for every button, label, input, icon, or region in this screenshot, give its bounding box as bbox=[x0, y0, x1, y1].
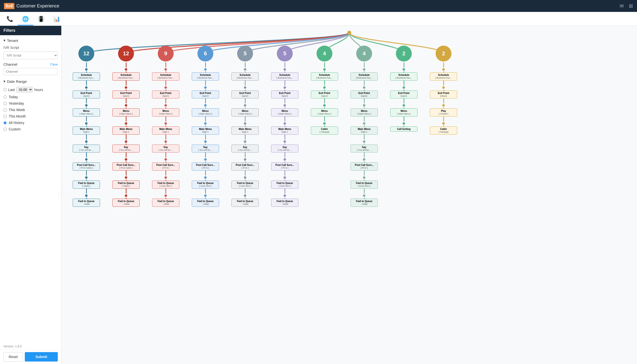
dot-0-4 bbox=[85, 140, 88, 143]
app-title: Customer Experience bbox=[16, 4, 59, 9]
tree-column-8: 2Schedule[ Business hou...Exit Point(ope… bbox=[384, 46, 424, 207]
hours-select[interactable]: 01:00 bbox=[16, 87, 33, 92]
connector-2-0 bbox=[166, 62, 166, 68]
node-box-3-6: Fwd to Queue[ Cust Serv ] bbox=[192, 180, 219, 189]
radio-custom-input[interactable] bbox=[4, 128, 7, 131]
box-title-4-6: Fwd to Queue bbox=[233, 182, 257, 185]
dot-4-5 bbox=[244, 158, 246, 161]
tenant-section: ▾ Tenant bbox=[0, 35, 61, 44]
dot-3-2 bbox=[204, 104, 207, 106]
box-sub-6-0: [ Business hou... bbox=[313, 76, 336, 80]
box-title-0-6: Fwd to Queue bbox=[75, 182, 98, 185]
box-title-7-0: Schedule bbox=[352, 74, 376, 76]
connector-1-7 bbox=[126, 189, 127, 194]
dot-4-4 bbox=[244, 140, 246, 143]
box-sub-3-0: [ Business hou... bbox=[194, 76, 217, 80]
tab-reports[interactable]: 📊 bbox=[49, 14, 65, 26]
mail-icon[interactable]: ✉ bbox=[620, 3, 624, 9]
dot-0-3 bbox=[85, 122, 88, 125]
dot-4-2 bbox=[244, 104, 246, 106]
box-sub-4-6: [ Cust Serv ] bbox=[233, 185, 257, 188]
box-sub-3-6: [ Cust Serv ] bbox=[194, 185, 217, 188]
box-sub-7-5: [ PCS ] bbox=[352, 167, 376, 170]
dot-7-0 bbox=[363, 68, 365, 71]
box-title-2-2: Menu bbox=[154, 109, 178, 112]
tab-calls[interactable]: 📳 bbox=[33, 14, 49, 26]
dot-5-2 bbox=[284, 104, 286, 106]
dot-0-2 bbox=[85, 104, 88, 106]
channel-input[interactable] bbox=[4, 68, 58, 75]
box-sub-5-3: Digit 1 bbox=[273, 131, 297, 134]
tree-column-3: 6Schedule[ Business hou...Exit Point(ope… bbox=[186, 46, 225, 207]
connector-5-3 bbox=[285, 116, 285, 122]
dot-0-7 bbox=[85, 194, 88, 197]
root-dot bbox=[347, 31, 351, 35]
box-sub-7-2: [ Main Menu ] bbox=[352, 112, 376, 116]
radio-this-week-input[interactable] bbox=[4, 108, 7, 112]
connector-5-4 bbox=[285, 135, 285, 140]
box-sub-2-7: - Initial bbox=[154, 203, 178, 206]
connector-1-1 bbox=[126, 80, 127, 86]
node-box-6-2: Menu[ Main Menu ] bbox=[311, 108, 338, 116]
box-sub-0-0: [ Business hou... bbox=[75, 76, 98, 80]
radio-yesterday-input[interactable] bbox=[4, 102, 7, 105]
box-title-5-6: Fwd to Queue bbox=[273, 182, 297, 185]
connector-7-1 bbox=[364, 80, 365, 86]
tab-tree[interactable]: 🌐 bbox=[18, 14, 33, 26]
reset-button[interactable]: Reset bbox=[4, 352, 23, 362]
node-box-2-4: Say[ You will be ... bbox=[152, 144, 179, 153]
dot-9-3 bbox=[442, 122, 445, 125]
tab-phone[interactable]: 📞 bbox=[2, 14, 18, 26]
node-box-3-3: Main MenuDigit 1 bbox=[192, 126, 219, 135]
box-sub-6-3: [ Hangup] bbox=[313, 131, 336, 134]
dot-5-1 bbox=[284, 86, 286, 89]
box-sub-9-1: (close) bbox=[432, 95, 455, 98]
radio-this-week-label: This Week bbox=[9, 108, 25, 112]
node-box-1-2: Menu[ Main Menu ] bbox=[112, 108, 140, 116]
node-box-9-2: Play[ Closed ] bbox=[430, 108, 457, 116]
connector-0-2 bbox=[86, 98, 87, 104]
box-sub-7-4: [ You will be ... bbox=[352, 149, 376, 152]
dot-3-7 bbox=[204, 194, 207, 197]
dot-7-2 bbox=[363, 104, 365, 106]
box-sub-4-3: Digit 1 bbox=[233, 131, 257, 134]
submit-button[interactable]: Submit bbox=[25, 352, 58, 362]
channel-clear[interactable]: Clear bbox=[50, 62, 58, 66]
topbar-left: 8x8 Customer Experience bbox=[4, 3, 59, 9]
connector-5-2 bbox=[285, 98, 285, 104]
dot-6-2 bbox=[323, 104, 326, 106]
ivr-label: IVR Script bbox=[0, 44, 61, 50]
dot-1-3 bbox=[125, 122, 127, 125]
box-sub-2-5: [ PCS ] bbox=[154, 167, 178, 170]
expand-icon[interactable]: ⊞ bbox=[629, 3, 633, 9]
box-sub-9-0: [ Business hou... bbox=[432, 76, 455, 80]
box-sub-0-3: Digit 2 bbox=[75, 131, 98, 134]
connector-6-0 bbox=[324, 62, 325, 68]
box-sub-6-1: (open) bbox=[313, 95, 336, 98]
node-box-4-7: Fwd to Queue- Initial bbox=[231, 198, 259, 207]
dot-2-1 bbox=[165, 86, 167, 89]
box-sub-2-6: [ Cust Serv ] bbox=[154, 185, 178, 188]
content-area: 12Schedule[ Business hou...Exit Point(op… bbox=[62, 26, 637, 364]
count-circle-7: 4 bbox=[356, 46, 372, 62]
tree-column-5: 5Schedule[ Business hou...Exit Point(ope… bbox=[265, 46, 305, 207]
radio-all-history-input[interactable] bbox=[4, 121, 7, 124]
dot-1-1 bbox=[125, 86, 127, 89]
radio-this-month-input[interactable] bbox=[4, 115, 7, 118]
box-sub-3-2: [ Main Menu ] bbox=[194, 112, 217, 116]
radio-today-input[interactable] bbox=[4, 96, 7, 99]
radio-all-history: All History bbox=[4, 120, 58, 126]
box-title-9-2: Play bbox=[432, 109, 455, 112]
box-title-4-3: Main Menu bbox=[233, 128, 257, 131]
box-title-3-6: Fwd to Queue bbox=[194, 182, 217, 185]
box-title-4-1: Exit Point bbox=[233, 92, 257, 95]
box-title-2-5: Post Call Surv... bbox=[154, 164, 178, 167]
radio-last-input[interactable] bbox=[4, 88, 7, 91]
box-sub-0-5: [ PCS Sales ] bbox=[75, 167, 98, 170]
box-title-1-1: Exit Point bbox=[114, 92, 138, 95]
connector-4-6 bbox=[245, 170, 246, 176]
ivr-select[interactable]: IVR Script bbox=[4, 52, 58, 59]
dot-1-4 bbox=[125, 140, 127, 143]
node-box-0-4: Say[ You will be ... bbox=[73, 144, 100, 153]
radio-this-month: This Month bbox=[4, 113, 58, 120]
